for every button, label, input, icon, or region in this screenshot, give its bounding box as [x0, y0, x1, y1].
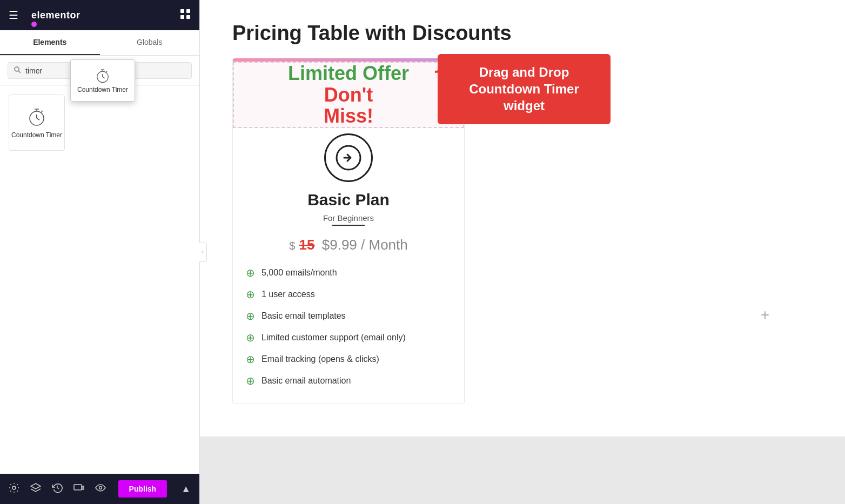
plan-icon-circle	[324, 133, 373, 182]
feature-item-3: ⊕ Limited customer support (email only)	[246, 331, 451, 344]
feature-icon-5: ⊕	[246, 374, 255, 387]
page-title: Pricing Table with Discounts	[232, 22, 813, 45]
dont-miss-line3: Miss!	[288, 105, 409, 127]
countdown-timer-widget[interactable]: Countdown Timer	[9, 95, 65, 151]
elementor-logo: elementor	[31, 10, 81, 21]
left-panel: ☰ elementor Elements Globals	[0, 0, 200, 504]
feature-label-3: Limited customer support (email only)	[261, 333, 406, 342]
eye-icon[interactable]	[95, 482, 106, 496]
responsive-icon[interactable]	[73, 482, 84, 496]
tab-elements[interactable]: Elements	[0, 30, 100, 55]
svg-rect-3	[186, 15, 190, 19]
canvas-inner: Pricing Table with Discounts Limited Off…	[200, 0, 845, 436]
widgets-grid: Countdown Timer	[0, 86, 199, 474]
plan-subtitle-underline	[332, 225, 365, 226]
price-symbol: $	[289, 240, 295, 252]
feature-icon-0: ⊕	[246, 266, 255, 279]
publish-button[interactable]: Publish	[118, 480, 167, 498]
apps-icon[interactable]	[180, 9, 191, 22]
plan-name: Basic Plan	[233, 191, 464, 209]
feature-label-1: 1 user access	[261, 290, 315, 299]
feature-item-0: ⊕ 5,000 emails/month	[246, 266, 451, 279]
hamburger-icon[interactable]: ☰	[9, 9, 18, 22]
svg-rect-15	[82, 486, 84, 489]
pricing-card: Limited Offer Don't Miss! Basic Plan For…	[232, 58, 465, 404]
search-icon	[14, 66, 21, 75]
svg-point-16	[99, 486, 102, 489]
feature-item-2: ⊕ Basic email templates	[246, 310, 451, 322]
feature-icon-2: ⊕	[246, 310, 255, 322]
red-tooltip: Drag and Drop Countdown Timer widget	[438, 54, 611, 124]
drop-target-area[interactable]: Limited Offer Don't Miss!	[233, 62, 464, 128]
svg-line-10	[37, 118, 39, 120]
feature-icon-3: ⊕	[246, 331, 255, 344]
feature-item-4: ⊕ Email tracking (opens & clicks)	[246, 353, 451, 366]
top-bar: ☰ elementor	[0, 0, 199, 30]
settings-icon[interactable]	[9, 482, 19, 496]
tabs-row: Elements Globals	[0, 30, 199, 56]
price-new: $9.99 / Month	[322, 237, 408, 253]
svg-line-21	[103, 77, 105, 78]
history-icon[interactable]	[52, 482, 63, 496]
plus-indicator: +	[761, 306, 769, 324]
feature-label-0: 5,000 emails/month	[261, 268, 337, 278]
layers-icon[interactable]	[30, 482, 41, 496]
feature-icon-4: ⊕	[246, 353, 255, 366]
dont-miss-line2: Don't	[288, 84, 409, 106]
svg-rect-2	[180, 15, 184, 19]
dragging-widget: Countdown Timer	[70, 59, 135, 102]
top-bar-left: ☰ elementor	[9, 9, 81, 22]
chevron-up-icon[interactable]: ▲	[181, 483, 191, 495]
countdown-timer-label: Countdown Timer	[11, 131, 62, 139]
svg-marker-13	[31, 483, 41, 489]
feature-item-5: ⊕ Basic email automation	[246, 374, 451, 387]
feature-list: ⊕ 5,000 emails/month ⊕ 1 user access ⊕ B…	[233, 266, 464, 387]
price-row: $ 15 $9.99 / Month	[233, 237, 464, 253]
svg-point-12	[12, 486, 16, 489]
svg-rect-14	[74, 485, 82, 490]
feature-item-1: ⊕ 1 user access	[246, 288, 451, 301]
svg-rect-0	[180, 9, 184, 13]
dragging-widget-label: Countdown Timer	[77, 86, 128, 93]
price-old: 15	[299, 237, 315, 253]
svg-point-4	[15, 67, 19, 71]
svg-rect-1	[186, 9, 190, 13]
svg-line-11	[41, 111, 43, 112]
svg-line-5	[19, 71, 21, 73]
collapse-handle[interactable]: ‹	[199, 243, 207, 262]
bottom-bar: Publish ▲	[0, 474, 199, 504]
feature-icon-1: ⊕	[246, 288, 255, 301]
canvas-area: Pricing Table with Discounts Limited Off…	[200, 0, 845, 504]
feature-label-5: Basic email automation	[261, 376, 351, 386]
svg-line-22	[106, 71, 107, 72]
feature-label-4: Email tracking (opens & clicks)	[261, 354, 379, 364]
plan-subtitle: For Beginners	[233, 213, 464, 223]
feature-label-2: Basic email templates	[261, 311, 346, 321]
dot-indicator	[31, 22, 37, 27]
tab-globals[interactable]: Globals	[100, 30, 200, 55]
limited-offer-text: Limited Offer	[288, 63, 409, 84]
